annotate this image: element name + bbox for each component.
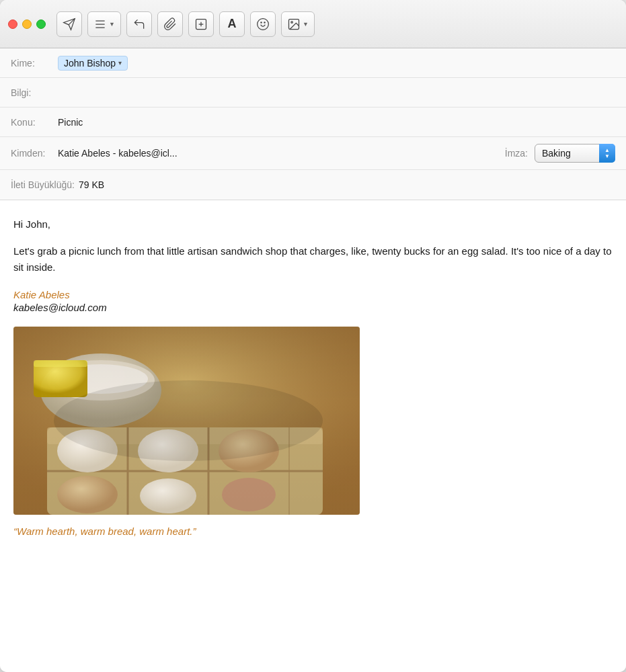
reply-button[interactable] — [126, 11, 152, 37]
body-paragraph: Let's grab a picnic lunch from that litt… — [13, 243, 613, 276]
svg-rect-31 — [13, 327, 360, 515]
quote-text: “Warm hearth, warm bread, warm heart.” — [13, 526, 613, 537]
signature-label: İmza: — [505, 148, 528, 159]
from-right: İmza: Baking ▲ ▼ — [505, 144, 615, 163]
baking-image — [13, 327, 360, 515]
cc-field-row: Bilgi: — [0, 78, 626, 108]
attach-button[interactable] — [157, 11, 183, 37]
subject-field-row: Konu: Picnic — [0, 108, 626, 137]
font-label: A — [227, 17, 236, 31]
sender-signature: Katie Abeles kabeles@icloud.com — [13, 289, 613, 313]
reply-icon — [132, 17, 146, 31]
from-left: Kimden: Katie Abeles - kabeles@icl... — [11, 148, 505, 159]
send-button[interactable] — [56, 11, 82, 37]
send-icon — [63, 17, 76, 31]
subject-label: Konu: — [11, 117, 58, 128]
from-section: Kimden: Katie Abeles - kabeles@icl... İm… — [11, 144, 615, 163]
font-button[interactable]: A — [219, 11, 245, 37]
signature-select-wrapper[interactable]: Baking ▲ ▼ — [535, 144, 615, 163]
titlebar: ▼ A — [0, 0, 626, 48]
svg-point-10 — [291, 21, 293, 22]
list-format-button[interactable]: ▼ — [87, 11, 121, 37]
traffic-lights — [8, 19, 46, 29]
cc-label: Bilgi: — [11, 87, 58, 98]
minimize-button[interactable] — [22, 19, 32, 29]
maximize-button[interactable] — [36, 19, 46, 29]
close-button[interactable] — [8, 19, 17, 29]
to-label: Kime: — [11, 58, 58, 69]
photo-chevron-icon: ▼ — [303, 21, 309, 28]
from-value: Katie Abeles - kabeles@icl... — [58, 148, 505, 159]
from-field-row: Kimden: Katie Abeles - kabeles@icl... İm… — [0, 137, 626, 170]
to-chip[interactable]: John Bishop ▾ — [58, 56, 128, 71]
signature-name: Katie Abeles — [13, 289, 613, 300]
cc-input[interactable] — [58, 87, 615, 98]
signature-select[interactable]: Baking — [535, 144, 615, 163]
email-body[interactable]: Hi John, Let's grab a picnic lunch from … — [0, 200, 626, 672]
chevron-down-icon: ▼ — [109, 21, 115, 28]
signature-email: kabeles@icloud.com — [13, 302, 613, 313]
to-chip-arrow-icon: ▾ — [118, 59, 122, 67]
email-header: Kime: John Bishop ▾ Bilgi: Konu: Picnic … — [0, 48, 626, 200]
photo-icon — [287, 17, 301, 31]
paperclip-icon — [163, 17, 177, 31]
size-field-row: İleti Büyüklüğü: 79 KB — [0, 170, 626, 200]
size-value: 79 KB — [79, 179, 104, 190]
photo-button[interactable]: ▼ — [281, 11, 315, 37]
size-label: İleti Büyüklüğü: — [11, 179, 75, 190]
emoji-icon — [256, 17, 270, 31]
to-value: John Bishop — [64, 58, 116, 69]
emoji-button[interactable] — [250, 11, 276, 37]
list-icon — [93, 17, 107, 31]
svg-point-6 — [258, 18, 269, 30]
mail-compose-window: ▼ A — [0, 0, 626, 672]
annotate-button[interactable] — [188, 11, 214, 37]
baking-image-svg — [13, 327, 360, 515]
from-label: Kimden: — [11, 148, 58, 159]
to-field-row: Kime: John Bishop ▾ — [0, 48, 626, 78]
subject-value[interactable]: Picnic — [58, 117, 615, 128]
greeting-text: Hi John, — [13, 216, 613, 233]
annotate-icon — [194, 17, 208, 31]
